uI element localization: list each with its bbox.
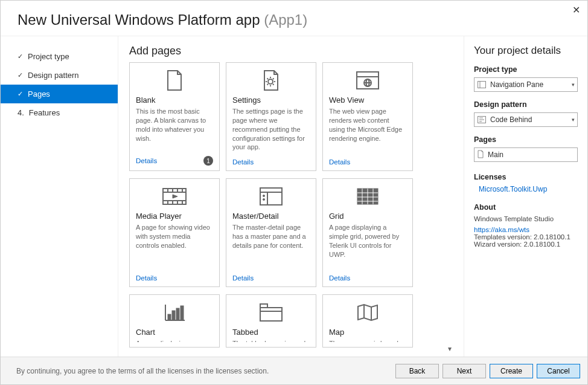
step-number: 4.: [18, 108, 24, 117]
footer-text: By continuing, you agree to the terms of…: [8, 367, 395, 375]
card-title: Master/Detail: [232, 212, 310, 221]
project-type-select[interactable]: Navigation Pane ▾: [474, 77, 578, 92]
map-icon: [329, 301, 406, 324]
blank-icon: [136, 69, 213, 92]
svg-rect-40: [478, 82, 486, 88]
card-title: Web View: [329, 95, 406, 105]
license-link[interactable]: Microsoft.Toolkit.Uwp: [479, 185, 578, 193]
card-title: Blank: [136, 95, 213, 105]
card-title: Settings: [232, 95, 310, 105]
check-icon: ✓: [18, 71, 23, 79]
card-title: Chart: [136, 328, 213, 337]
next-button[interactable]: Next: [443, 364, 486, 378]
template-card-grid[interactable]: Grid A page displaying a simple grid, po…: [322, 178, 413, 287]
tabbed-icon: [232, 301, 310, 324]
step-label: Features: [29, 108, 60, 117]
card-description: The tabbed page is used: [232, 339, 310, 342]
template-card-media[interactable]: Media Player A page for showing video wi…: [129, 178, 220, 287]
template-card-webview[interactable]: Web View The web view page renders web c…: [322, 62, 413, 171]
svg-point-21: [263, 199, 265, 201]
wizard-version: Wizard version: 2.0.18100.1: [474, 241, 578, 248]
count-badge: 1: [203, 156, 213, 166]
templates-version: Templates version: 2.0.18100.1: [474, 233, 578, 241]
design-pattern-select[interactable]: Code Behind ▾: [474, 112, 578, 127]
details-link[interactable]: Details: [232, 274, 254, 282]
step-label: Project type: [28, 52, 69, 61]
template-card-blank[interactable]: Blank This is the most basic page. A bla…: [129, 62, 220, 171]
svg-point-0: [268, 79, 273, 84]
template-card-map[interactable]: Map The map page is based: [322, 294, 413, 348]
about-product: Windows Template Studio: [474, 215, 578, 222]
template-card-settings[interactable]: Settings The settings page is the page w…: [226, 62, 316, 171]
card-description: The settings page is the page where we r…: [232, 107, 310, 156]
card-description: A page for showing video with system med…: [136, 223, 213, 272]
dialog-header: New Universal Windows Platform app (App1…: [1, 1, 587, 36]
masterdetail-icon: [232, 185, 310, 208]
grid-icon: [329, 185, 406, 208]
svg-rect-35: [260, 308, 282, 321]
step-design-pattern[interactable]: ✓ Design pattern: [1, 66, 118, 85]
card-description: This is the most basic page. A blank can…: [136, 107, 213, 154]
svg-rect-36: [260, 304, 267, 308]
check-icon: ✓: [18, 53, 23, 60]
details-link[interactable]: Details: [136, 274, 157, 282]
back-button[interactable]: Back: [395, 364, 439, 378]
pages-label: Pages: [474, 135, 578, 144]
svg-rect-32: [172, 311, 175, 320]
details-link[interactable]: Details: [232, 158, 254, 166]
title-text: New Universal Windows Platform app: [18, 11, 260, 28]
card-description: A page displaying a simple grid, powered…: [329, 223, 406, 272]
codebehind-icon: [477, 116, 487, 123]
card-description: A page displaying a: [136, 339, 213, 342]
project-details-panel: Your project details Project type Naviga…: [464, 36, 587, 357]
details-link[interactable]: Details: [136, 157, 157, 164]
chart-icon: [136, 301, 213, 324]
scroll-down-icon[interactable]: ▾: [448, 345, 452, 353]
template-card-masterdetail[interactable]: Master/Detail The master-detail page has…: [226, 178, 316, 287]
about-link[interactable]: https://aka.ms/wts: [474, 226, 578, 233]
step-project-type[interactable]: ✓ Project type: [1, 47, 118, 66]
chevron-down-icon: ▾: [572, 117, 575, 123]
navpane-icon: [477, 81, 487, 88]
pages-item[interactable]: Main: [474, 147, 578, 162]
step-features[interactable]: 4. Features: [1, 103, 118, 122]
step-label: Design pattern: [28, 71, 79, 80]
panel-title: Your project details: [474, 45, 578, 57]
media-icon: [136, 185, 213, 208]
svg-rect-31: [168, 314, 171, 320]
template-card-tabbed[interactable]: Tabbed The tabbed page is used: [226, 294, 316, 348]
page-name: Main: [488, 150, 503, 159]
design-pattern-label: Design pattern: [474, 100, 578, 109]
card-title: Grid: [329, 212, 406, 221]
cancel-button[interactable]: Cancel: [537, 364, 580, 378]
wizard-steps: ✓ Project type ✓ Design pattern ✓ Pages …: [1, 36, 118, 357]
select-value: Navigation Pane: [490, 80, 568, 89]
svg-rect-33: [176, 308, 179, 320]
main-content: Add pages Blank This is the most basic p…: [118, 36, 464, 357]
webview-icon: [329, 69, 406, 92]
project-name: (App1): [264, 11, 307, 28]
card-description: The map page is based: [329, 339, 406, 342]
project-type-label: Project type: [474, 65, 578, 74]
about-label: About: [474, 203, 578, 212]
step-pages[interactable]: ✓ Pages: [1, 85, 118, 103]
dialog-title: New Universal Windows Platform app (App1…: [18, 11, 570, 28]
details-link[interactable]: Details: [329, 158, 350, 166]
page-icon: [477, 150, 484, 160]
template-card-chart[interactable]: Chart A page displaying a: [129, 294, 220, 348]
select-value: Code Behind: [490, 115, 568, 124]
svg-rect-34: [181, 306, 184, 320]
create-button[interactable]: Create: [490, 364, 533, 378]
settings-icon: [232, 69, 310, 92]
card-title: Map: [329, 328, 406, 337]
step-label: Pages: [28, 89, 50, 99]
licenses-label: Licenses: [474, 173, 578, 181]
card-description: The web view page renders web content us…: [329, 107, 406, 156]
dialog-footer: By continuing, you agree to the terms of…: [1, 357, 587, 384]
chevron-down-icon: ▾: [572, 82, 575, 88]
check-icon: ✓: [18, 90, 23, 98]
close-icon[interactable]: ✕: [572, 4, 580, 16]
card-title: Tabbed: [232, 328, 310, 337]
details-link[interactable]: Details: [329, 274, 350, 282]
card-description: The master-detail page has a master pane…: [232, 223, 310, 272]
